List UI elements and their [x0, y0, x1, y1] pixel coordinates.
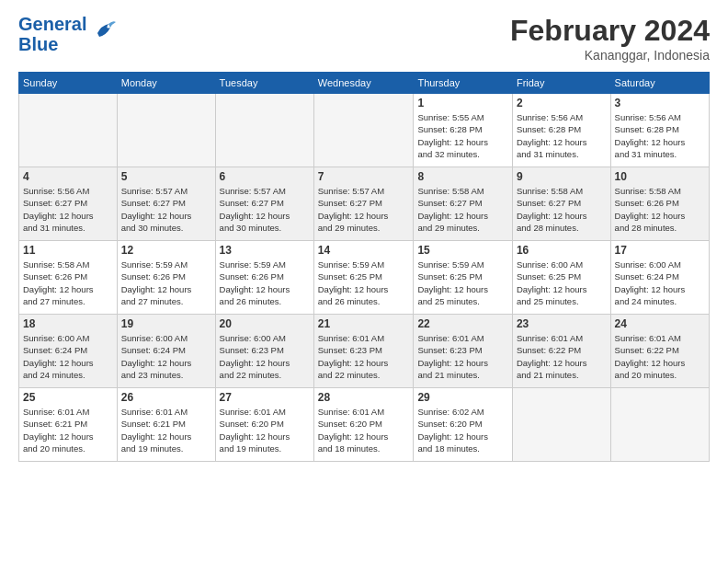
calendar-cell: 4Sunrise: 5:56 AM Sunset: 6:27 PM Daylig… — [19, 167, 118, 241]
calendar-cell: 7Sunrise: 5:57 AM Sunset: 6:27 PM Daylig… — [313, 167, 414, 241]
day-number: 4 — [23, 170, 113, 183]
calendar-cell — [19, 94, 118, 167]
day-number: 15 — [417, 244, 508, 257]
header-wednesday: Wednesday — [313, 73, 414, 94]
day-info: Sunrise: 5:59 AM Sunset: 6:26 PM Dayligh… — [121, 259, 211, 307]
day-info: Sunrise: 5:59 AM Sunset: 6:25 PM Dayligh… — [318, 259, 410, 307]
day-number: 6 — [220, 170, 310, 183]
calendar-cell: 23Sunrise: 6:01 AM Sunset: 6:22 PM Dayli… — [512, 315, 610, 388]
header-sunday: Sunday — [19, 73, 118, 94]
logo-bird-icon — [90, 17, 118, 48]
day-info: Sunrise: 6:01 AM Sunset: 6:22 PM Dayligh… — [517, 332, 607, 381]
header-tuesday: Tuesday — [215, 73, 313, 94]
day-number: 23 — [517, 317, 607, 330]
page: General Blue February 2024 Kananggar, In… — [0, 0, 728, 563]
day-info: Sunrise: 5:59 AM Sunset: 6:25 PM Dayligh… — [417, 259, 508, 307]
day-info: Sunrise: 5:57 AM Sunset: 6:27 PM Dayligh… — [318, 185, 410, 234]
calendar-cell: 12Sunrise: 5:59 AM Sunset: 6:26 PM Dayli… — [117, 241, 215, 315]
day-number: 28 — [318, 391, 410, 404]
day-info: Sunrise: 6:00 AM Sunset: 6:25 PM Dayligh… — [517, 259, 607, 307]
day-number: 27 — [220, 391, 310, 404]
day-number: 20 — [220, 317, 310, 330]
calendar-cell: 18Sunrise: 6:00 AM Sunset: 6:24 PM Dayli… — [19, 315, 118, 388]
day-info: Sunrise: 5:59 AM Sunset: 6:26 PM Dayligh… — [220, 259, 310, 307]
day-info: Sunrise: 5:57 AM Sunset: 6:27 PM Dayligh… — [121, 185, 211, 234]
location-subtitle: Kananggar, Indonesia — [510, 48, 710, 63]
calendar-cell — [512, 388, 610, 462]
day-number: 7 — [318, 170, 410, 183]
calendar-cell: 17Sunrise: 6:00 AM Sunset: 6:24 PM Dayli… — [610, 241, 709, 315]
day-number: 22 — [417, 317, 508, 330]
day-number: 17 — [615, 244, 705, 257]
day-number: 25 — [23, 391, 113, 404]
calendar-cell: 16Sunrise: 6:00 AM Sunset: 6:25 PM Dayli… — [512, 241, 610, 315]
calendar-cell: 29Sunrise: 6:02 AM Sunset: 6:20 PM Dayli… — [414, 388, 513, 462]
calendar-week-row: 4Sunrise: 5:56 AM Sunset: 6:27 PM Daylig… — [19, 167, 710, 241]
day-info: Sunrise: 6:00 AM Sunset: 6:23 PM Dayligh… — [220, 332, 310, 381]
day-number: 12 — [121, 244, 211, 257]
calendar-cell: 3Sunrise: 5:56 AM Sunset: 6:28 PM Daylig… — [610, 94, 709, 167]
day-info: Sunrise: 5:55 AM Sunset: 6:28 PM Dayligh… — [417, 111, 508, 160]
day-info: Sunrise: 5:58 AM Sunset: 6:27 PM Dayligh… — [517, 185, 607, 234]
calendar-table: Sunday Monday Tuesday Wednesday Thursday… — [18, 72, 710, 462]
day-number: 11 — [23, 244, 113, 257]
day-info: Sunrise: 5:58 AM Sunset: 6:26 PM Dayligh… — [23, 259, 113, 307]
day-info: Sunrise: 5:56 AM Sunset: 6:27 PM Dayligh… — [23, 185, 113, 234]
day-info: Sunrise: 5:56 AM Sunset: 6:28 PM Dayligh… — [615, 111, 705, 160]
day-number: 16 — [517, 244, 607, 257]
day-info: Sunrise: 5:58 AM Sunset: 6:27 PM Dayligh… — [417, 185, 508, 234]
day-number: 26 — [121, 391, 211, 404]
day-number: 9 — [517, 170, 607, 183]
calendar-week-row: 18Sunrise: 6:00 AM Sunset: 6:24 PM Dayli… — [19, 315, 710, 388]
header-friday: Friday — [512, 73, 610, 94]
calendar-cell: 27Sunrise: 6:01 AM Sunset: 6:20 PM Dayli… — [215, 388, 313, 462]
day-number: 10 — [615, 170, 705, 183]
calendar-week-row: 25Sunrise: 6:01 AM Sunset: 6:21 PM Dayli… — [19, 388, 710, 462]
day-number: 21 — [318, 317, 410, 330]
calendar-cell: 10Sunrise: 5:58 AM Sunset: 6:26 PM Dayli… — [610, 167, 709, 241]
calendar-cell: 15Sunrise: 5:59 AM Sunset: 6:25 PM Dayli… — [414, 241, 513, 315]
day-info: Sunrise: 5:58 AM Sunset: 6:26 PM Dayligh… — [615, 185, 705, 234]
calendar-cell: 22Sunrise: 6:01 AM Sunset: 6:23 PM Dayli… — [414, 315, 513, 388]
calendar-cell: 9Sunrise: 5:58 AM Sunset: 6:27 PM Daylig… — [512, 167, 610, 241]
day-number: 14 — [318, 244, 410, 257]
calendar-cell — [117, 94, 215, 167]
calendar-cell: 1Sunrise: 5:55 AM Sunset: 6:28 PM Daylig… — [414, 94, 513, 167]
day-info: Sunrise: 6:01 AM Sunset: 6:20 PM Dayligh… — [220, 406, 310, 454]
logo-line1: General — [18, 14, 86, 34]
calendar-header-row: Sunday Monday Tuesday Wednesday Thursday… — [19, 73, 710, 94]
day-number: 19 — [121, 317, 211, 330]
calendar-cell: 14Sunrise: 5:59 AM Sunset: 6:25 PM Dayli… — [313, 241, 414, 315]
day-info: Sunrise: 6:00 AM Sunset: 6:24 PM Dayligh… — [615, 259, 705, 307]
day-number: 18 — [23, 317, 113, 330]
calendar-cell — [610, 388, 709, 462]
header-monday: Monday — [117, 73, 215, 94]
calendar-cell: 25Sunrise: 6:01 AM Sunset: 6:21 PM Dayli… — [19, 388, 118, 462]
day-info: Sunrise: 6:01 AM Sunset: 6:21 PM Dayligh… — [23, 406, 113, 454]
calendar-cell — [313, 94, 414, 167]
calendar-cell: 21Sunrise: 6:01 AM Sunset: 6:23 PM Dayli… — [313, 315, 414, 388]
header-saturday: Saturday — [610, 73, 709, 94]
month-year-title: February 2024 — [510, 14, 710, 48]
title-block: February 2024 Kananggar, Indonesia — [510, 14, 710, 63]
day-info: Sunrise: 6:02 AM Sunset: 6:20 PM Dayligh… — [417, 406, 508, 454]
calendar-cell: 19Sunrise: 6:00 AM Sunset: 6:24 PM Dayli… — [117, 315, 215, 388]
calendar-cell: 26Sunrise: 6:01 AM Sunset: 6:21 PM Dayli… — [117, 388, 215, 462]
day-number: 1 — [417, 97, 508, 109]
day-number: 24 — [615, 317, 705, 330]
day-number: 13 — [220, 244, 310, 257]
logo: General Blue — [18, 14, 118, 54]
day-info: Sunrise: 6:01 AM Sunset: 6:20 PM Dayligh… — [318, 406, 410, 454]
calendar-week-row: 1Sunrise: 5:55 AM Sunset: 6:28 PM Daylig… — [19, 94, 710, 167]
day-number: 8 — [417, 170, 508, 183]
day-number: 5 — [121, 170, 211, 183]
day-info: Sunrise: 6:01 AM Sunset: 6:23 PM Dayligh… — [417, 332, 508, 381]
day-info: Sunrise: 6:01 AM Sunset: 6:23 PM Dayligh… — [318, 332, 410, 381]
day-number: 29 — [417, 391, 508, 404]
calendar-cell: 24Sunrise: 6:01 AM Sunset: 6:22 PM Dayli… — [610, 315, 709, 388]
day-number: 2 — [517, 97, 607, 109]
day-info: Sunrise: 5:57 AM Sunset: 6:27 PM Dayligh… — [220, 185, 310, 234]
calendar-cell: 11Sunrise: 5:58 AM Sunset: 6:26 PM Dayli… — [19, 241, 118, 315]
day-info: Sunrise: 6:00 AM Sunset: 6:24 PM Dayligh… — [121, 332, 211, 381]
calendar-cell: 28Sunrise: 6:01 AM Sunset: 6:20 PM Dayli… — [313, 388, 414, 462]
